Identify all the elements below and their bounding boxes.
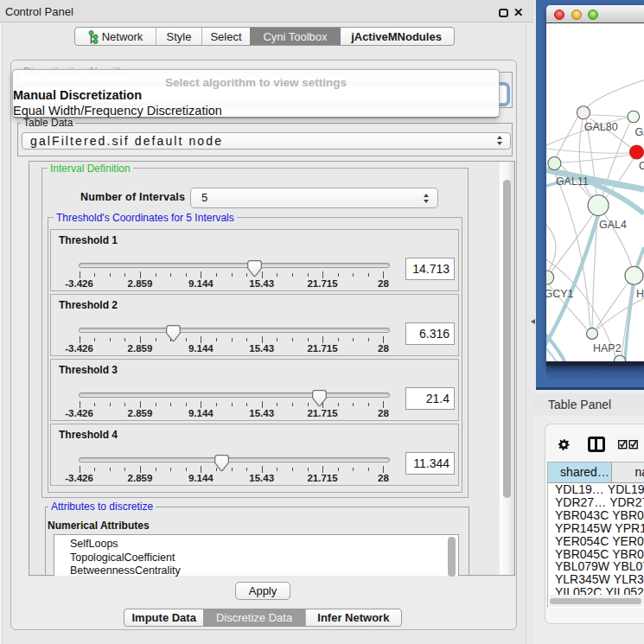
svg-text:GA: GA xyxy=(635,126,644,138)
svg-text:H: H xyxy=(636,288,644,300)
svg-text:GAL4: GAL4 xyxy=(599,219,627,231)
svg-text:GCY1: GCY1 xyxy=(546,288,574,300)
svg-text:GAL80: GAL80 xyxy=(584,121,618,133)
svg-text:GAL11: GAL11 xyxy=(556,175,589,188)
svg-text:C: C xyxy=(639,160,644,172)
svg-text:HAP2: HAP2 xyxy=(593,342,622,354)
